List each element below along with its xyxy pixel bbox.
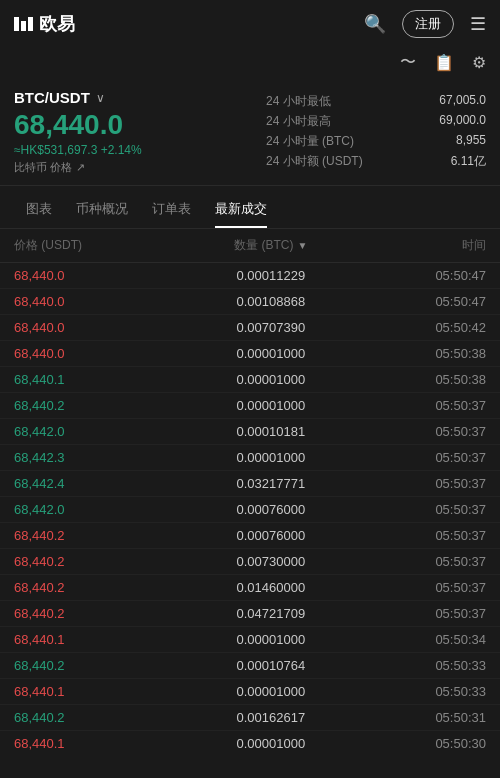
trade-time-18: 05:50:30: [361, 736, 486, 751]
chart-line-icon[interactable]: 〜: [400, 52, 416, 73]
settings-icon[interactable]: ⚙: [472, 53, 486, 72]
trade-amount-9: 0.00076000: [181, 502, 361, 517]
trade-time-3: 05:50:38: [361, 346, 486, 361]
trade-amount-17: 0.00162617: [181, 710, 361, 725]
trade-time-11: 05:50:37: [361, 554, 486, 569]
trade-row: 68,442.0 0.00010181 05:50:37: [0, 419, 500, 445]
trade-row: 68,442.4 0.03217771 05:50:37: [0, 471, 500, 497]
stat-value-2: 8,955: [456, 133, 486, 150]
trade-amount-5: 0.00001000: [181, 398, 361, 413]
trade-table: 68,440.0 0.00011229 05:50:47 68,440.0 0.…: [0, 263, 500, 756]
hk-price-value: ≈HK$531,697.3: [14, 143, 97, 157]
tab-trades[interactable]: 最新成交: [203, 190, 279, 228]
trade-time-4: 05:50:38: [361, 372, 486, 387]
trade-amount-10: 0.00076000: [181, 528, 361, 543]
tabs: 图表 币种概况 订单表 最新成交: [0, 190, 500, 229]
stat-label-1: 24 小时最高: [266, 113, 331, 130]
price-left: BTC/USDT ∨ 68,440.0 ≈HK$531,697.3 +2.14%…: [14, 89, 266, 175]
logo-text: 欧易: [39, 12, 75, 36]
trade-time-17: 05:50:31: [361, 710, 486, 725]
trade-price-13: 68,440.2: [14, 606, 181, 621]
trade-amount-12: 0.01460000: [181, 580, 361, 595]
trade-price-1: 68,440.0: [14, 294, 181, 309]
trade-row: 68,440.1 0.00001000 05:50:38: [0, 367, 500, 393]
pair-dropdown-icon[interactable]: ∨: [96, 91, 105, 105]
trade-time-16: 05:50:33: [361, 684, 486, 699]
trade-row: 68,440.2 0.00076000 05:50:37: [0, 523, 500, 549]
stat-value-3: 6.11亿: [451, 153, 486, 170]
trade-time-1: 05:50:47: [361, 294, 486, 309]
col-price-header: 价格 (USDT): [14, 237, 181, 254]
tab-orders[interactable]: 订单表: [140, 190, 203, 228]
trade-row: 68,442.3 0.00001000 05:50:37: [0, 445, 500, 471]
trade-amount-6: 0.00010181: [181, 424, 361, 439]
trade-price-14: 68,440.1: [14, 632, 181, 647]
trade-price-5: 68,440.2: [14, 398, 181, 413]
trade-price-9: 68,442.0: [14, 502, 181, 517]
search-icon[interactable]: 🔍: [364, 13, 386, 35]
document-icon[interactable]: 📋: [434, 53, 454, 72]
trade-row: 68,440.1 0.00001000 05:50:30: [0, 731, 500, 756]
tab-coins[interactable]: 币种概况: [64, 190, 140, 228]
trade-time-10: 05:50:37: [361, 528, 486, 543]
stat-value-1: 69,000.0: [439, 113, 486, 130]
btc-label-text: 比特币 价格: [14, 160, 72, 175]
trade-price-11: 68,440.2: [14, 554, 181, 569]
filter-icon[interactable]: ▼: [298, 240, 308, 251]
trade-time-7: 05:50:37: [361, 450, 486, 465]
trade-price-10: 68,440.2: [14, 528, 181, 543]
trade-amount-4: 0.00001000: [181, 372, 361, 387]
trade-time-5: 05:50:37: [361, 398, 486, 413]
main-price: 68,440.0: [14, 110, 266, 141]
trade-row: 68,440.2 0.00162617 05:50:31: [0, 705, 500, 731]
trade-row: 68,440.1 0.00001000 05:50:34: [0, 627, 500, 653]
price-section: BTC/USDT ∨ 68,440.0 ≈HK$531,697.3 +2.14%…: [0, 81, 500, 186]
trade-amount-13: 0.04721709: [181, 606, 361, 621]
trade-price-7: 68,442.3: [14, 450, 181, 465]
pair-row: BTC/USDT ∨: [14, 89, 266, 106]
trade-amount-14: 0.00001000: [181, 632, 361, 647]
register-button[interactable]: 注册: [402, 10, 454, 38]
stat-label-0: 24 小时最低: [266, 93, 331, 110]
trade-amount-7: 0.00001000: [181, 450, 361, 465]
logo-icon: [14, 17, 33, 31]
trade-price-4: 68,440.1: [14, 372, 181, 387]
trade-amount-2: 0.00707390: [181, 320, 361, 335]
trade-price-8: 68,442.4: [14, 476, 181, 491]
col-amount-header: 数量 (BTC) ▼: [181, 237, 361, 254]
sub-header: 〜 📋 ⚙: [0, 48, 500, 81]
trade-price-12: 68,440.2: [14, 580, 181, 595]
trade-row: 68,440.2 0.00730000 05:50:37: [0, 549, 500, 575]
trade-amount-15: 0.00010764: [181, 658, 361, 673]
trade-price-2: 68,440.0: [14, 320, 181, 335]
trade-row: 68,440.0 0.00108868 05:50:47: [0, 289, 500, 315]
trade-row: 68,440.2 0.00001000 05:50:37: [0, 393, 500, 419]
trade-amount-3: 0.00001000: [181, 346, 361, 361]
trade-amount-8: 0.03217771: [181, 476, 361, 491]
change-pct: +2.14%: [101, 143, 142, 157]
pair-name[interactable]: BTC/USDT: [14, 89, 90, 106]
trade-time-8: 05:50:37: [361, 476, 486, 491]
trade-amount-11: 0.00730000: [181, 554, 361, 569]
trade-amount-16: 0.00001000: [181, 684, 361, 699]
trade-price-3: 68,440.0: [14, 346, 181, 361]
trade-time-15: 05:50:33: [361, 658, 486, 673]
tab-chart[interactable]: 图表: [14, 190, 64, 228]
trade-time-12: 05:50:37: [361, 580, 486, 595]
trade-time-9: 05:50:37: [361, 502, 486, 517]
table-header: 价格 (USDT) 数量 (BTC) ▼ 时间: [0, 229, 500, 263]
trade-amount-1: 0.00108868: [181, 294, 361, 309]
stat-row: 24 小时最低67,005.0: [266, 93, 486, 110]
menu-icon[interactable]: ☰: [470, 13, 486, 35]
trade-row: 68,440.2 0.01460000 05:50:37: [0, 575, 500, 601]
trade-row: 68,440.2 0.00010764 05:50:33: [0, 653, 500, 679]
trade-row: 68,442.0 0.00076000 05:50:37: [0, 497, 500, 523]
trade-time-2: 05:50:42: [361, 320, 486, 335]
trade-row: 68,440.0 0.00001000 05:50:38: [0, 341, 500, 367]
external-link-icon: ↗: [76, 161, 85, 174]
trade-amount-18: 0.00001000: [181, 736, 361, 751]
trade-price-0: 68,440.0: [14, 268, 181, 283]
stat-label-3: 24 小时额 (USDT): [266, 153, 363, 170]
header-actions: 🔍 注册 ☰: [364, 10, 486, 38]
trade-amount-0: 0.00011229: [181, 268, 361, 283]
